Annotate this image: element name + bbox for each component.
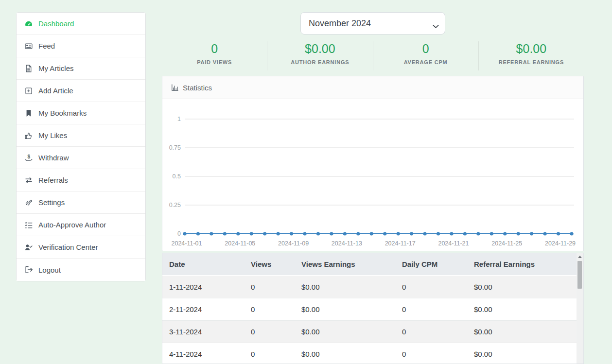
svg-text:2024-11-09: 2024-11-09	[278, 240, 309, 247]
sidebar-item-my-bookmarks[interactable]: My Bookmarks	[17, 102, 145, 124]
sidebar-item-settings[interactable]: Settings	[17, 191, 145, 214]
sidebar-item-label: My Likes	[38, 131, 67, 139]
table-cell: 0	[395, 321, 467, 343]
stat-value: $0.00	[479, 42, 584, 56]
table-cell: $0.00	[295, 276, 395, 298]
stat-value: 0	[162, 42, 267, 56]
svg-text:$: $	[27, 154, 30, 159]
stat-author-earnings: $0.00AUTHOR EARNINGS	[267, 41, 373, 70]
sidebar-item-label: My Bookmarks	[38, 109, 87, 117]
table-cell: 0	[395, 276, 467, 298]
sidebar-item-label: Auto-Approve Author	[38, 221, 106, 229]
add-article-icon	[25, 87, 35, 95]
sidebar-item-label: Dashboard	[38, 19, 74, 28]
table-cell: 0	[244, 321, 295, 343]
column-header-referral-earnings: Referral Earnings	[467, 253, 577, 276]
svg-text:1: 1	[177, 116, 181, 122]
table-cell: $0.00	[295, 321, 395, 343]
sidebar-item-my-likes[interactable]: My Likes	[17, 124, 145, 147]
stat-referral-earnings: $0.00REFERRAL EARNINGS	[479, 41, 584, 70]
statistics-line-chart: 00.250.50.7512024-11-012024-11-052024-11…	[162, 99, 583, 251]
sidebar-item-verification-center[interactable]: Verification Center	[17, 236, 145, 259]
table-cell: 0	[395, 298, 467, 321]
auto-approve-icon	[25, 221, 35, 229]
svg-text:2024-11-05: 2024-11-05	[225, 240, 255, 247]
table-cell: $0.00	[467, 321, 577, 343]
stat-average-cpm: 0AVERAGE CPM	[373, 41, 479, 70]
statistics-panel-title: Statistics	[183, 84, 212, 92]
table-scrollbar[interactable]	[577, 253, 583, 364]
sidebar-item-add-article[interactable]: Add Article	[17, 80, 145, 102]
referrals-icon	[25, 176, 35, 184]
stats-summary-row: 0PAID VIEWS$0.00AUTHOR EARNINGS0AVERAGE …	[162, 41, 584, 70]
likes-icon	[25, 132, 35, 139]
svg-text:2024-11-29: 2024-11-29	[545, 240, 576, 247]
scrollbar-up-button[interactable]	[577, 253, 583, 260]
sidebar-item-label: Add Article	[38, 87, 73, 95]
column-header-views-earnings: Views Earnings	[295, 253, 395, 276]
svg-text:2024-11-17: 2024-11-17	[385, 240, 416, 247]
sidebar-item-logout[interactable]: Logout	[17, 259, 145, 281]
table-cell: $0.00	[295, 298, 395, 321]
table-cell: 0	[395, 343, 467, 364]
table-row: 4-11-20240$0.000$0.00	[162, 343, 577, 364]
table-cell: 2-11-2024	[162, 298, 244, 321]
sidebar-item-referrals[interactable]: Referrals	[17, 169, 145, 191]
feed-icon	[25, 42, 35, 50]
stat-label: REFERRAL EARNINGS	[479, 59, 584, 65]
stat-paid-views: 0PAID VIEWS	[162, 41, 267, 70]
table-cell: 0	[244, 298, 295, 321]
table-cell: $0.00	[467, 276, 577, 298]
sidebar-item-feed[interactable]: Feed	[17, 35, 145, 57]
stat-label: AUTHOR EARNINGS	[267, 59, 372, 65]
sidebar-item-my-articles[interactable]: My Articles	[17, 57, 145, 80]
daily-stats-table: DateViewsViews EarningsDaily CPMReferral…	[162, 253, 577, 364]
daily-stats-table-card: DateViewsViews EarningsDaily CPMReferral…	[162, 253, 584, 364]
verification-icon	[25, 243, 35, 251]
table-header-row: DateViewsViews EarningsDaily CPMReferral…	[162, 253, 577, 276]
dashboard-icon	[25, 20, 35, 28]
sidebar-item-label: Feed	[38, 42, 55, 50]
month-select[interactable]: November 2024	[300, 12, 445, 35]
svg-text:0.25: 0.25	[169, 202, 181, 208]
articles-icon	[25, 65, 35, 72]
bookmarks-icon	[25, 109, 35, 117]
svg-text:2024-11-25: 2024-11-25	[491, 240, 522, 247]
stat-value: $0.00	[267, 42, 372, 56]
column-header-daily-cpm: Daily CPM	[395, 253, 467, 276]
svg-text:0.75: 0.75	[169, 144, 181, 151]
scrollbar-thumb[interactable]	[577, 261, 582, 289]
stat-value: 0	[373, 42, 478, 56]
svg-text:2024-11-21: 2024-11-21	[438, 240, 469, 247]
logout-icon	[25, 266, 35, 274]
statistics-panel: Statistics 00.250.50.7512024-11-012024-1…	[162, 76, 584, 251]
table-cell: 1-11-2024	[162, 276, 244, 298]
table-row: 2-11-20240$0.000$0.00	[162, 298, 577, 321]
stat-label: AVERAGE CPM	[373, 59, 478, 65]
svg-text:0: 0	[177, 230, 181, 237]
sidebar-item-dashboard[interactable]: Dashboard	[17, 13, 145, 35]
withdraw-icon: $	[25, 154, 35, 162]
month-select-wrap: November 2024	[300, 12, 445, 35]
sidebar-menu: DashboardFeedMy ArticlesAdd ArticleMy Bo…	[16, 12, 146, 281]
sidebar-item-withdraw[interactable]: $Withdraw	[17, 147, 145, 169]
table-cell: 4-11-2024	[162, 343, 244, 364]
column-header-views: Views	[244, 253, 295, 276]
sidebar-item-label: Referrals	[38, 176, 68, 184]
statistics-panel-header: Statistics	[162, 76, 583, 99]
sidebar-item-label: Verification Center	[38, 243, 98, 251]
stat-label: PAID VIEWS	[162, 59, 267, 65]
sidebar-item-auto-approve-author[interactable]: Auto-Approve Author	[17, 214, 145, 236]
table-row: 3-11-20240$0.000$0.00	[162, 321, 577, 343]
table-cell: 0	[244, 276, 295, 298]
sidebar-item-label: Logout	[38, 266, 61, 274]
scroll-up-arrow-icon	[578, 256, 582, 258]
bar-chart-icon	[171, 84, 179, 91]
table-body: 1-11-20240$0.000$0.002-11-20240$0.000$0.…	[162, 276, 577, 364]
sidebar-item-label: My Articles	[38, 64, 74, 72]
table-cell: $0.00	[467, 298, 577, 321]
table-cell: $0.00	[467, 343, 577, 364]
sidebar-item-label: Settings	[38, 198, 65, 207]
svg-text:2024-11-01: 2024-11-01	[171, 240, 202, 247]
table-cell: 3-11-2024	[162, 321, 244, 343]
